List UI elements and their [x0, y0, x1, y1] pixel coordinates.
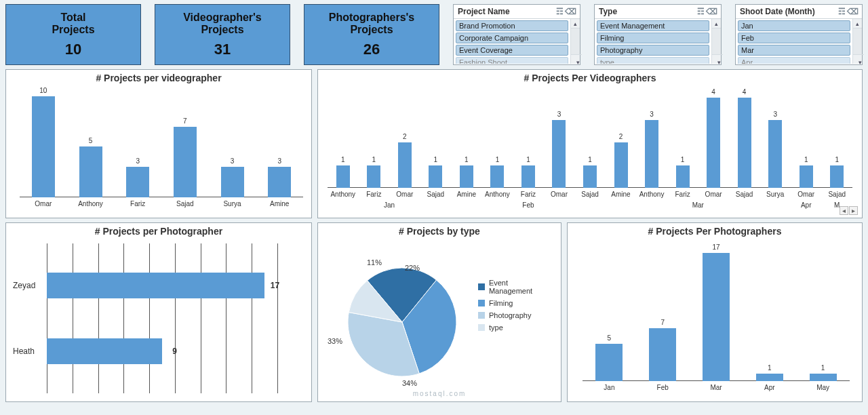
multiselect-icon[interactable]: ☶	[836, 7, 847, 16]
multiselect-icon[interactable]: ☶	[695, 7, 706, 16]
gridline	[226, 243, 226, 393]
bar: 5	[595, 344, 623, 381]
bar-label: 17	[712, 243, 719, 251]
gridline	[123, 243, 124, 393]
x-tick: Amine	[611, 191, 630, 198]
x-group: Feb	[522, 201, 534, 209]
x-tick: May	[816, 384, 829, 391]
bar-label: 17	[271, 281, 279, 290]
scroll-up-icon[interactable]: ▴	[712, 19, 721, 28]
watermark: mostaql.com	[413, 390, 467, 397]
slicer-option[interactable]: Event Coverage	[456, 45, 568, 56]
bar: 1	[756, 374, 783, 381]
bar-label: 4	[711, 88, 715, 96]
prev-icon[interactable]: ◂	[840, 206, 848, 215]
bar: 5	[79, 146, 102, 197]
bar: 1	[800, 165, 813, 188]
slicer-type[interactable]: Type ☶ ⌫ Event Management Filming Photog…	[594, 4, 722, 65]
chart-pager[interactable]: ◂▸	[839, 206, 858, 215]
bar-label: 1	[526, 156, 530, 163]
chart-videographer: # Projects per videographer 10Omar5Antho…	[5, 69, 312, 218]
clear-filter-icon[interactable]: ⌫	[847, 7, 858, 16]
bot-row: # Projects per Photographer 17Zeyad9Heat…	[0, 220, 868, 406]
bar-label: 7	[660, 319, 665, 326]
next-icon[interactable]: ▸	[849, 206, 858, 215]
bar: 3	[552, 120, 566, 188]
slicer-header: Shoot Date (Month) ☶ ⌫	[736, 5, 862, 19]
bar-label: 1	[821, 364, 825, 372]
slicer-option[interactable]: Filming	[597, 33, 709, 43]
bar-label: 3	[773, 111, 777, 118]
scroll-down-icon[interactable]: ▾	[712, 54, 723, 64]
bar: 1	[521, 165, 535, 188]
y-tick: Heath	[13, 347, 47, 356]
multiselect-icon[interactable]: ☶	[554, 7, 565, 16]
chart-plot: 5Jan7Feb17Mar1Apr1May	[583, 242, 850, 381]
bar-label: 1	[372, 156, 376, 163]
chart-photographer-month: # Projects Per Photographers 5Jan7Feb17M…	[567, 222, 863, 402]
x-axis	[20, 197, 303, 197]
chart-title: # Projects Per Videographers	[318, 70, 862, 85]
slicer-option[interactable]: Apr	[738, 57, 850, 64]
kpi-title2: Projects	[350, 24, 393, 35]
x-tick: Surya	[766, 191, 784, 198]
x-group: Jan	[384, 201, 395, 209]
slicer-scrollbar[interactable]: ▴▾	[852, 19, 862, 64]
slicer-option[interactable]: type	[597, 57, 709, 64]
x-tick: Feb	[657, 384, 669, 391]
slicer-scrollbar[interactable]: ▴▾	[711, 19, 721, 64]
kpi-title: Videographer's	[183, 12, 262, 23]
x-tick: Fariz	[130, 200, 145, 208]
x-tick: Amine	[457, 191, 476, 198]
x-tick: Mar	[710, 384, 722, 391]
bar-label: 1	[835, 156, 839, 163]
x-tick: Apr	[764, 384, 775, 391]
x-tick: Omar	[396, 191, 413, 198]
gridline	[73, 243, 73, 393]
bar-label: 9	[172, 347, 177, 356]
slicer-option[interactable]: Photography	[597, 45, 709, 56]
legend-swatch	[478, 312, 485, 319]
slicer-option[interactable]: Corporate Campaign	[456, 33, 568, 43]
x-tick: Anthony	[330, 191, 355, 198]
x-tick: Fariz	[366, 191, 381, 198]
gridline	[175, 243, 176, 393]
slicer-option[interactable]: Feb	[738, 33, 850, 43]
slicer-option[interactable]: Fashion Shoot	[456, 57, 568, 64]
bar-label: 10	[39, 87, 47, 94]
scroll-up-icon[interactable]: ▴	[571, 19, 580, 28]
slicer-option[interactable]: Event Management	[597, 20, 709, 31]
chart-plot: 1Anthony1Fariz2Omar1Sajad1Amine1Anthony1…	[328, 87, 852, 188]
kpi-video: Videographer'sProjects 31	[155, 4, 290, 65]
clear-filter-icon[interactable]: ⌫	[565, 7, 576, 16]
bar: 10	[32, 96, 55, 197]
pie-legend: Event Management Filming Photography typ…	[478, 275, 553, 336]
x-tick: Surya	[223, 200, 241, 208]
chart-title: # Projects per Photographer	[6, 223, 311, 238]
kpi-title2: Projects	[52, 24, 94, 35]
clear-filter-icon[interactable]: ⌫	[706, 7, 717, 16]
bar: 3	[221, 167, 244, 197]
x-tick: Jan	[604, 384, 614, 391]
scroll-down-icon[interactable]: ▾	[853, 54, 864, 64]
slicer-scrollbar[interactable]: ▴▾	[570, 19, 580, 64]
bar: 3	[268, 167, 291, 197]
slicer-option[interactable]: Brand Promotion	[456, 20, 568, 31]
scroll-up-icon[interactable]: ▴	[853, 19, 862, 28]
legend-item: Event Management	[478, 279, 553, 295]
slicer-option[interactable]: Jan	[738, 20, 850, 31]
chart-plot: 17Zeyad9Heath	[13, 243, 298, 393]
bar-label: 2	[403, 133, 407, 140]
bar-label: 5	[608, 334, 612, 342]
slicer-header: Project Name ☶ ⌫	[454, 5, 580, 19]
slicer-month[interactable]: Shoot Date (Month) ☶ ⌫ Jan Feb Mar Apr ▴…	[735, 4, 863, 65]
kpi-total: TotalProjects 10	[5, 4, 141, 65]
kpi-title: Photographers's	[329, 12, 415, 23]
scroll-down-icon[interactable]: ▾	[571, 54, 582, 64]
bar: 3	[768, 120, 782, 188]
slicer-project[interactable]: Project Name ☶ ⌫ Brand Promotion Corpora…	[453, 4, 580, 65]
slicer-option[interactable]: Mar	[738, 45, 850, 56]
bar-label: 7	[183, 117, 187, 125]
bar-label: 3	[557, 111, 561, 118]
legend-swatch	[478, 283, 485, 290]
